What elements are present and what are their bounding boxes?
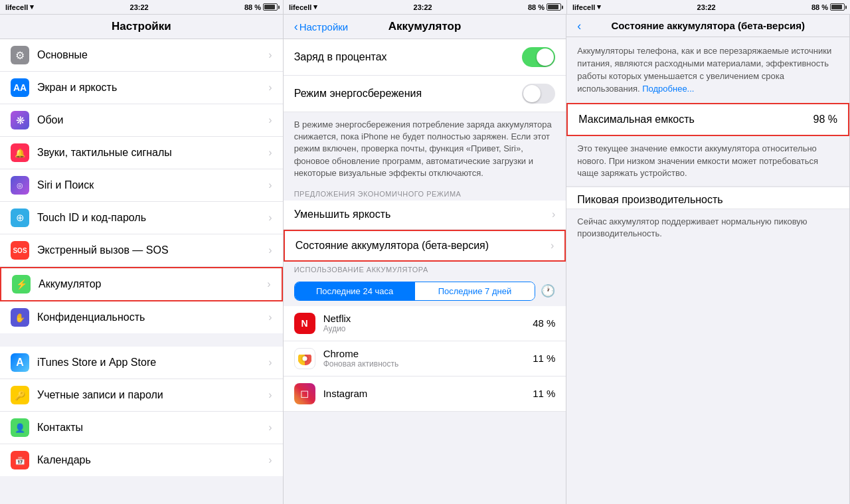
charge-pct-toggle[interactable] [522, 47, 555, 67]
dim-row[interactable]: Уменьшить яркость › [284, 201, 566, 230]
carrier-3: lifecell [572, 3, 595, 11]
status-right-2: 88 % [528, 3, 561, 11]
battery-state-desc: Аккумуляторы телефона, как и все перезар… [566, 37, 849, 103]
settings-header: Настройки [0, 15, 283, 39]
contacts-chevron: › [268, 422, 272, 434]
battery-back-btn[interactable]: ‹ Настройки [294, 21, 349, 33]
usage-section-label: ИСПОЛЬЗОВАНИЕ АККУМУЛЯТОРА [284, 262, 566, 276]
panel-settings: Настройки ⚙ Основные › AA Экран и яркост… [0, 15, 284, 504]
sidebar-item-contacts[interactable]: 👤 Контакты › [0, 412, 283, 444]
battery-state-chevron: › [551, 240, 554, 252]
calendar-icon: 📅 [11, 451, 29, 469]
usage-tabs: Последние 24 часа Последние 7 дней 🕐 [284, 276, 566, 306]
battery-state-back-chevron: ‹ [577, 20, 581, 32]
perf-note: Сейчас аккумулятор поддерживает нормальн… [566, 209, 849, 246]
status-left-2: lifecell ▾ [289, 3, 317, 11]
battery-pct-2: 88 % [528, 3, 545, 11]
sidebar-item-general[interactable]: ⚙ Основные › [0, 39, 283, 72]
calendar-label: Календарь [37, 454, 268, 466]
battery-state-row[interactable]: Состояние аккумулятора (бета-версия) › [285, 231, 565, 260]
chrome-pct: 11 % [533, 353, 555, 364]
perf-section-label: Пиковая производительность [566, 187, 849, 209]
general-chevron: › [268, 49, 272, 61]
itunes-chevron: › [268, 357, 272, 369]
contacts-icon: 👤 [11, 418, 29, 437]
toggle-knob-on [537, 48, 554, 66]
chrome-icon [294, 348, 315, 369]
status-bars: lifecell ▾ 23:22 88 % lifecell ▾ 23:22 8… [0, 0, 850, 15]
wallpaper-chevron: › [268, 114, 272, 126]
netflix-name: Netflix [323, 313, 533, 324]
charge-pct-label: Заряд в процентах [294, 51, 387, 63]
app-row-netflix[interactable]: N Netflix Аудио 48 % [284, 306, 566, 341]
wifi-2: ▾ [313, 3, 317, 11]
siri-chevron: › [268, 179, 272, 191]
battery-toggles-group: Заряд в процентах Режим энергосбережения [284, 39, 566, 112]
app-row-chrome[interactable]: Chrome Фоновая активность 11 % [284, 341, 566, 377]
accounts-icon: 🔑 [11, 386, 29, 404]
instagram-pct: 11 % [533, 388, 555, 399]
display-chevron: › [268, 82, 272, 94]
toggle-knob-off [523, 85, 541, 102]
battery-nav-title: ‹ Настройки Аккумулятор [294, 20, 556, 33]
battery-label: Аккумулятор [39, 278, 267, 290]
status-left-3: lifecell ▾ [572, 3, 601, 11]
offers-section-label: ПРЕДЛОЖЕНИЯ ЭКОНОМИЧНОГО РЕЖИМА [284, 186, 566, 201]
carrier-2: lifecell [289, 3, 311, 11]
battery-state-highlighted-row[interactable]: Состояние аккумулятора (бета-версия) › [284, 230, 566, 262]
capacity-highlighted-box: Максимальная емкость 98 % [566, 103, 849, 136]
contacts-label: Контакты [37, 422, 268, 434]
panel-battery-state: ‹ Состояние аккумулятора (бета-версия) А… [566, 15, 850, 504]
chrome-info: Chrome Фоновая активность [323, 348, 533, 369]
energy-save-toggle[interactable] [522, 84, 555, 104]
privacy-chevron: › [268, 311, 272, 323]
status-left-1: lifecell ▾ [5, 3, 34, 11]
app-row-instagram[interactable]: ◻ Instagram 11 % [284, 377, 566, 412]
status-bar-1: lifecell ▾ 23:22 88 % [0, 0, 284, 15]
sidebar-item-privacy[interactable]: ✋ Конфиденциальность › [0, 301, 283, 333]
sidebar-item-wallpaper[interactable]: ❋ Обои › [0, 104, 283, 137]
sidebar-item-calendar[interactable]: 📅 Календарь › [0, 444, 283, 476]
touchid-label: Touch ID и код-пароль [37, 212, 268, 224]
sidebar-item-accounts[interactable]: 🔑 Учетные записи и пароли › [0, 379, 283, 412]
privacy-label: Конфиденциальность [37, 311, 268, 323]
clock-icon[interactable]: 🕐 [541, 284, 555, 298]
calendar-chevron: › [268, 454, 272, 466]
wifi-1: ▾ [30, 3, 34, 11]
netflix-sub: Аудио [323, 324, 533, 333]
battery-icon-1 [263, 3, 278, 11]
svg-point-2 [302, 356, 307, 361]
battery-state-back-btn[interactable]: ‹ [577, 20, 581, 32]
sidebar-item-siri[interactable]: ◎ Siri и Поиск › [0, 169, 283, 202]
itunes-icon: A [11, 353, 29, 372]
tab-7d[interactable]: Последние 7 дней [415, 282, 535, 300]
battery-chevron: › [267, 278, 270, 290]
battery-state-list: Аккумуляторы телефона, как и все перезар… [566, 37, 849, 504]
battery-icon-3 [830, 3, 845, 11]
touchid-chevron: › [268, 212, 272, 224]
charge-pct-row: Заряд в процентах [284, 39, 566, 76]
display-icon: AA [11, 78, 29, 97]
sos-icon: SOS [11, 241, 29, 260]
accounts-chevron: › [268, 389, 272, 401]
sidebar-item-display[interactable]: AA Экран и яркость › [0, 72, 283, 104]
sidebar-item-itunes[interactable]: A iTunes Store и App Store › [0, 347, 283, 379]
sidebar-item-sos[interactable]: SOS Экстренный вызов — SOS › [0, 234, 283, 267]
status-right-1: 88 % [244, 3, 278, 11]
netflix-pct: 48 % [533, 317, 555, 329]
chrome-sub: Фоновая активность [323, 359, 533, 369]
capacity-value: 98 % [813, 114, 837, 126]
instagram-info: Instagram [323, 388, 533, 399]
sounds-chevron: › [268, 147, 272, 159]
dim-row-group: Уменьшить яркость › [284, 201, 566, 230]
capacity-label: Максимальная емкость [578, 114, 695, 126]
sidebar-item-battery[interactable]: ⚡ Аккумулятор › [0, 267, 283, 301]
tab-24h[interactable]: Последние 24 часа [295, 282, 415, 300]
settings-list[interactable]: ⚙ Основные › AA Экран и яркость › ❋ [0, 39, 283, 504]
wifi-3: ▾ [597, 3, 601, 11]
capacity-row: Максимальная емкость 98 % [568, 104, 848, 135]
more-link[interactable]: Подробнее... [642, 84, 694, 94]
time-2: 23:22 [414, 3, 432, 11]
sidebar-item-sounds[interactable]: 🔔 Звуки, тактильные сигналы › [0, 137, 283, 169]
sidebar-item-touchid[interactable]: ⊕ Touch ID и код-пароль › [0, 202, 283, 234]
